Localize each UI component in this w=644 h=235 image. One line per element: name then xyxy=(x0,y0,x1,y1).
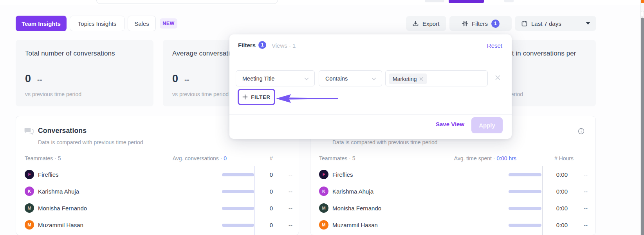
row-delta: -- xyxy=(281,201,292,215)
date-range-dropdown[interactable]: Last 7 days xyxy=(515,16,596,31)
avatar: M xyxy=(319,220,328,230)
save-view-button[interactable]: Save View xyxy=(436,121,464,127)
remove-filter-row-icon[interactable] xyxy=(495,75,501,81)
avatar: M xyxy=(319,203,328,213)
metric-title: Total number of conversations xyxy=(25,49,144,66)
teammate-name: Fireflies xyxy=(38,168,59,182)
metric-card-total-conversations: Total number of conversations 0 -- vs pr… xyxy=(16,40,153,106)
chat-bubbles-icon xyxy=(24,127,34,137)
add-filter-label: FILTER xyxy=(251,94,270,100)
divider xyxy=(229,57,512,57)
popup-views-tab[interactable]: Views · 1 xyxy=(272,42,296,49)
column-header-count: # xyxy=(270,155,273,161)
avatar-initial: F xyxy=(323,172,325,177)
filter-field-dropdown[interactable]: Meeting Title xyxy=(236,70,315,86)
table-row: M Monisha Fernando 0:00 -- xyxy=(310,201,595,215)
metric-subtitle: vs previous time period xyxy=(25,91,144,97)
row-delta: -- xyxy=(576,185,588,199)
table-row: K Karishma Ahuja 0:00 -- xyxy=(310,185,595,199)
row-value: 0:00 xyxy=(538,218,568,232)
filters-button[interactable]: Filters 1 xyxy=(449,16,512,31)
dashboard: Team Insights Topics Insights Sales NEW … xyxy=(0,0,644,235)
row-value: 0 xyxy=(249,185,273,199)
chevron-down-icon xyxy=(304,75,309,82)
calendar-icon xyxy=(521,20,528,27)
add-filter-button[interactable]: FILTER xyxy=(238,89,275,105)
topbar-partial xyxy=(0,0,640,5)
download-icon xyxy=(412,20,419,27)
column-header-teammates: Teammates · 5 xyxy=(319,155,355,161)
column-header-avg: Avg. conversations · 0 xyxy=(149,155,227,161)
topbar-primary-button-partial[interactable] xyxy=(449,0,484,3)
row-delta: -- xyxy=(576,218,588,232)
table-row: F Fireflies 0:00 -- xyxy=(310,168,595,182)
teammate-name: Monisha Fernando xyxy=(332,201,381,215)
panel-title: Conversations xyxy=(38,127,87,135)
avg-label: Avg. conversations · xyxy=(173,155,224,161)
avg-value: 0:00 hrs xyxy=(496,155,516,161)
avatar: K xyxy=(25,187,34,196)
chevron-down-icon xyxy=(372,75,376,82)
tab-topics-insights[interactable]: Topics Insights xyxy=(70,16,124,31)
row-value: 0 xyxy=(249,168,273,182)
teammate-name: Fireflies xyxy=(332,168,353,182)
topbar-button-partial[interactable] xyxy=(425,0,444,2)
scroll-partial-element xyxy=(641,0,644,3)
row-value: 0:00 xyxy=(538,201,568,215)
filters-count-badge: 1 xyxy=(491,20,500,28)
sliders-icon xyxy=(462,20,468,27)
vertical-scrollbar[interactable] xyxy=(640,0,644,235)
avatar: K xyxy=(319,187,328,196)
row-delta: -- xyxy=(576,168,588,182)
filter-value-tag: Marketing xyxy=(389,74,427,84)
export-button[interactable]: Export xyxy=(406,16,446,31)
row-delta: -- xyxy=(281,168,292,182)
filter-field-value: Meeting Title xyxy=(242,75,274,82)
tab-team-insights[interactable]: Team Insights xyxy=(16,16,67,31)
avatar-initial: M xyxy=(27,222,31,227)
filters-label: Filters xyxy=(472,20,488,27)
metric-value: 0 xyxy=(172,73,178,85)
tab-sales[interactable]: Sales xyxy=(128,16,156,31)
reset-link[interactable]: Reset xyxy=(487,42,502,49)
metric-delta: -- xyxy=(184,75,189,84)
row-delta: -- xyxy=(576,201,588,215)
avatar-initial: M xyxy=(322,206,325,210)
scrollbar-thumb[interactable] xyxy=(641,18,644,235)
row-delta: -- xyxy=(281,218,292,232)
table-row: M Monisha Fernando 0 -- xyxy=(16,201,299,215)
table-row: M Muzammil Hasan 0 -- xyxy=(16,218,299,232)
avatar: F xyxy=(25,170,34,179)
teammate-name: Muzammil Hasan xyxy=(332,218,378,232)
remove-tag-icon[interactable] xyxy=(419,77,423,81)
apply-button[interactable]: Apply xyxy=(471,117,503,133)
divider xyxy=(229,114,512,115)
info-icon[interactable] xyxy=(578,128,584,136)
metric-value: 0 xyxy=(25,73,31,85)
filter-operator-dropdown[interactable]: Contains xyxy=(319,70,382,86)
popup-title: Filters xyxy=(238,42,256,48)
plus-icon xyxy=(242,94,248,100)
avg-value: 0 xyxy=(224,155,227,161)
metric-delta: -- xyxy=(37,75,42,84)
row-value: 0 xyxy=(249,201,273,215)
teammate-name: Karishma Ahuja xyxy=(38,185,79,199)
avatar: M xyxy=(25,220,34,230)
table-row: K Karishma Ahuja 0 -- xyxy=(16,185,299,199)
avatar: M xyxy=(25,203,34,213)
scrollbar-track-segment xyxy=(641,11,644,16)
new-badge: NEW xyxy=(160,18,177,29)
topbar-button-partial[interactable] xyxy=(504,0,514,2)
teammate-name: Karishma Ahuja xyxy=(332,185,373,199)
value-bar xyxy=(509,190,541,193)
filter-operator-value: Contains xyxy=(325,75,348,82)
avatar-initial: F xyxy=(28,172,31,177)
avg-label: Avg. time spent · xyxy=(454,155,497,161)
table-row: M Muzammil Hasan 0:00 -- xyxy=(310,218,595,232)
export-label: Export xyxy=(422,20,439,27)
search-input[interactable] xyxy=(96,0,278,4)
avatar-initial: K xyxy=(28,189,31,194)
filter-value-input[interactable]: Marketing xyxy=(385,70,488,86)
value-bar xyxy=(509,207,541,210)
row-value: 0 xyxy=(249,218,273,232)
